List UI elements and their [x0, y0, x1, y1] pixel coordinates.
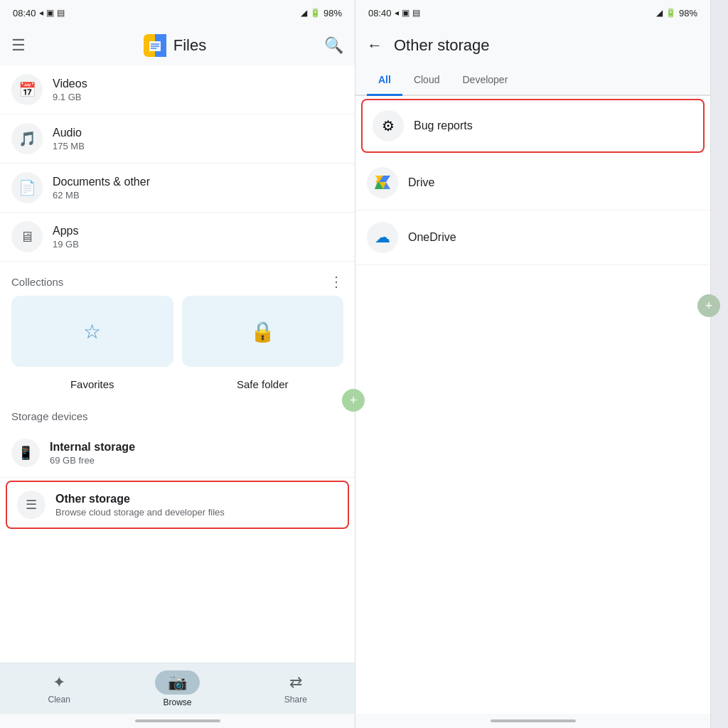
- status-time-left: 08:40 ◂ ▣ ▤: [13, 8, 65, 18]
- search-icon[interactable]: 🔍: [324, 36, 343, 55]
- file-list: 📅 Videos 9.1 GB 🎵 Audio 175 MB 📄 Documen…: [0, 65, 355, 663]
- internal-storage-icon: 📱: [18, 445, 33, 461]
- collections-more-icon[interactable]: ⋮: [329, 273, 343, 290]
- status-indicators-right: ◢ 🔋 98%: [656, 8, 697, 18]
- back-icon[interactable]: ←: [367, 36, 382, 55]
- right-item-drive[interactable]: Drive: [355, 156, 710, 210]
- files-logo: [144, 34, 166, 57]
- battery-pct-right: 98%: [679, 8, 697, 18]
- nav-item-browse[interactable]: 📷 Browse: [118, 670, 236, 707]
- other-storage-icon-wrap: ☰: [17, 491, 46, 519]
- left-phone: 08:40 ◂ ▣ ▤ ◢ 🔋 98% ☰ Fil: [0, 0, 355, 728]
- app-bar: ☰ Files 🔍: [0, 26, 355, 65]
- tabs-bar: All Cloud Developer: [355, 65, 710, 96]
- internal-icon-wrap: 📱: [11, 439, 40, 467]
- file-info-documents: Documents & other 62 MB: [53, 176, 343, 200]
- collection-card-favorites[interactable]: ☆: [11, 296, 173, 367]
- right-fab[interactable]: +: [697, 294, 720, 317]
- signal-icon-left: ◢: [301, 8, 307, 18]
- bottom-nav: ✦ Clean 📷 Browse ⇄ Share: [0, 663, 355, 714]
- favorites-icon: ☆: [83, 320, 101, 343]
- safe-folder-icon: 🔒: [250, 320, 275, 343]
- collections-grid: ☆ 🔒: [0, 296, 355, 378]
- collections-header: Collections ⋮: [0, 262, 355, 296]
- file-item-videos[interactable]: 📅 Videos 9.1 GB: [0, 65, 355, 114]
- other-storage-info: Other storage Browse cloud storage and d…: [55, 493, 338, 518]
- favorites-label: Favorites: [11, 378, 173, 390]
- screen-icon: ▤: [57, 8, 65, 18]
- tab-all[interactable]: All: [367, 65, 402, 96]
- documents-name: Documents & other: [53, 176, 343, 188]
- status-bar-right: 08:40 ◂ ▣ ▤ ◢ 🔋 98%: [355, 0, 710, 26]
- file-info-apps: Apps 19 GB: [53, 225, 343, 250]
- nav-item-share[interactable]: ⇄ Share: [237, 673, 355, 705]
- right-list: ⚙ Bug reports Drive ☁: [355, 96, 710, 714]
- audio-size: 175 MB: [53, 141, 343, 151]
- audio-icon: 🎵: [18, 130, 36, 147]
- storage-item-other[interactable]: ☰ Other storage Browse cloud storage and…: [6, 481, 349, 529]
- home-indicator-left: [0, 714, 355, 728]
- videos-icon: 📅: [18, 81, 36, 98]
- tab-cloud[interactable]: Cloud: [402, 65, 451, 96]
- file-icon-wrap-audio: 🎵: [11, 123, 43, 154]
- clean-label: Clean: [48, 695, 70, 705]
- drive-icon-svg: [373, 174, 392, 191]
- apps-icon: 🖥: [20, 229, 34, 245]
- videos-name: Videos: [53, 77, 343, 90]
- file-item-audio[interactable]: 🎵 Audio 175 MB: [0, 114, 355, 164]
- right-item-bug-reports[interactable]: ⚙ Bug reports: [361, 99, 705, 153]
- collections-title: Collections: [11, 276, 63, 288]
- file-item-apps[interactable]: 🖥 Apps 19 GB: [0, 213, 355, 262]
- drive-name: Drive: [408, 176, 434, 189]
- right-phone-header: ← Other storage: [355, 26, 710, 65]
- home-bar-left: [135, 719, 220, 722]
- file-item-documents[interactable]: 📄 Documents & other 62 MB: [0, 164, 355, 213]
- storage-devices-title: Storage devices: [11, 410, 88, 422]
- screen-cast-icon-right: ▣: [402, 8, 410, 18]
- onedrive-icon-wrap: ☁: [367, 222, 398, 253]
- tab-developer[interactable]: Developer: [451, 65, 519, 96]
- audio-name: Audio: [53, 127, 343, 139]
- other-storage-page-title: Other storage: [394, 36, 490, 55]
- file-icon-wrap-apps: 🖥: [11, 221, 43, 252]
- browse-icon: 📷: [155, 670, 200, 695]
- battery-icon-right: 🔋: [665, 8, 676, 18]
- home-bar-right: [491, 719, 576, 722]
- nav-item-clean[interactable]: ✦ Clean: [0, 673, 118, 705]
- safe-folder-label: Safe folder: [182, 378, 344, 390]
- right-phone: 08:40 ◂ ▣ ▤ ◢ 🔋 98% ← Other storage All …: [355, 0, 711, 728]
- signal-icon-right: ◢: [656, 8, 663, 18]
- other-storage-icon: ☰: [26, 497, 37, 513]
- internal-storage-desc: 69 GB free: [50, 455, 343, 466]
- collection-card-safe-folder[interactable]: 🔒: [182, 296, 344, 367]
- hamburger-icon[interactable]: ☰: [11, 36, 26, 55]
- left-fab[interactable]: +: [342, 389, 365, 412]
- clean-icon: ✦: [53, 673, 65, 692]
- files-logo-svg: [144, 34, 166, 57]
- onedrive-name: OneDrive: [408, 231, 456, 244]
- browse-label: Browse: [163, 697, 191, 707]
- bug-reports-icon: ⚙: [382, 117, 395, 134]
- location-icon-right: ◂: [395, 8, 399, 18]
- storage-section-header: Storage devices: [0, 399, 355, 429]
- internal-storage-info: Internal storage 69 GB free: [50, 441, 343, 466]
- battery-icon-left: 🔋: [310, 8, 321, 18]
- storage-item-internal[interactable]: 📱 Internal storage 69 GB free: [0, 429, 355, 478]
- documents-size: 62 MB: [53, 190, 343, 200]
- documents-icon: 📄: [18, 179, 36, 196]
- status-time-right: 08:40 ◂ ▣ ▤: [368, 8, 420, 18]
- time-left: 08:40: [13, 8, 36, 18]
- videos-size: 9.1 GB: [53, 92, 343, 102]
- file-info-audio: Audio 175 MB: [53, 127, 343, 151]
- home-indicator-right: [355, 714, 710, 728]
- share-label: Share: [284, 695, 307, 705]
- drive-icon-wrap: [367, 167, 398, 198]
- status-bar-left: 08:40 ◂ ▣ ▤ ◢ 🔋 98%: [0, 0, 355, 26]
- right-item-onedrive[interactable]: ☁ OneDrive: [355, 210, 710, 265]
- share-icon: ⇄: [289, 673, 302, 692]
- bug-reports-name: Bug reports: [414, 119, 473, 132]
- location-icon: ◂: [39, 8, 43, 18]
- apps-size: 19 GB: [53, 239, 343, 250]
- time-right: 08:40: [368, 8, 392, 18]
- collections-labels: Favorites Safe folder: [0, 378, 355, 399]
